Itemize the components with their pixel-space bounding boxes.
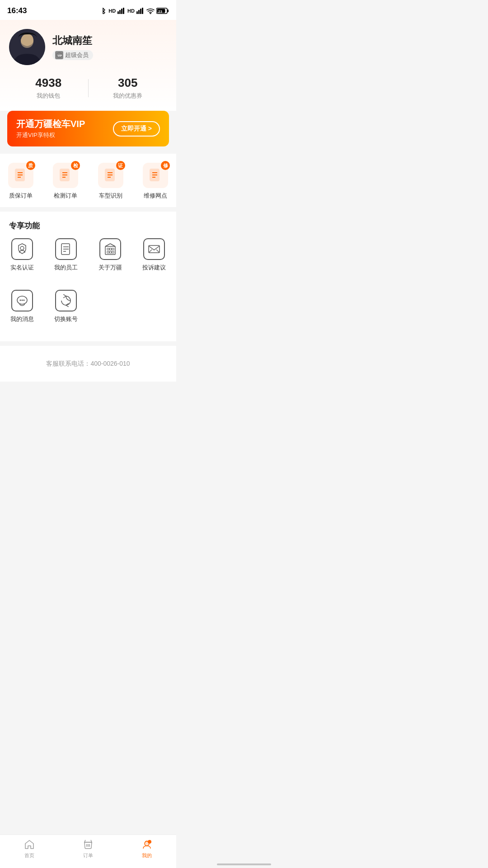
nav-mine[interactable]: 我的 (117, 839, 176, 859)
svg-point-8 (150, 13, 151, 14)
chat-icon (11, 290, 33, 311)
nav-order[interactable]: 订单 (59, 839, 117, 859)
svg-rect-2 (121, 9, 122, 14)
nav-home-label: 首页 (24, 852, 34, 859)
car-identify-label: 车型识别 (99, 192, 122, 200)
svg-point-53 (23, 300, 24, 301)
bottom-nav: 首页 订单 我的 (0, 835, 176, 868)
wallet-label: 我的钱包 (37, 92, 60, 100)
svg-rect-42 (107, 251, 109, 253)
mine-icon (141, 839, 153, 850)
nav-mine-label: 我的 (142, 852, 152, 859)
coupon-label: 我的优惠券 (113, 92, 142, 100)
stats-row: 4938 我的钱包 305 我的优惠券 (9, 76, 167, 100)
nav-home[interactable]: 首页 (0, 839, 59, 859)
vip-banner-subtitle: 开通VIP享特权 (16, 131, 85, 139)
quality-order-badge: 质 (26, 161, 35, 170)
repair-network-icon-wrap: 修 (143, 163, 168, 188)
quality-order-icon-wrap: 质 (8, 163, 33, 188)
svg-text:VIP: VIP (58, 54, 62, 57)
profile-section: 北城南笙 VIP 超级会员 4938 我的钱包 (0, 20, 176, 111)
vip-banner[interactable]: 开通万疆检车VIP 开通VIP享特权 立即开通 > (7, 111, 169, 146)
complaint-label: 投诉建议 (142, 264, 166, 272)
svg-rect-6 (140, 9, 141, 14)
vip-label: 超级会员 (65, 51, 89, 59)
detect-order-label: 检测订单 (54, 192, 77, 200)
svg-rect-39 (107, 248, 109, 250)
vip-banner-title: 开通万疆检车VIP (16, 118, 85, 130)
signal-icon (117, 8, 126, 14)
message-label: 我的消息 (10, 315, 34, 323)
order-icon-4 (148, 168, 163, 183)
feature-section: 专享功能 实名认证 (0, 212, 176, 341)
svg-rect-10 (168, 9, 169, 12)
contact-text: 客服联系电话：400-0026-010 (46, 360, 130, 367)
vip-icon: VIP (55, 51, 63, 59)
message-feature[interactable]: 我的消息 (0, 283, 44, 330)
svg-rect-0 (117, 11, 119, 14)
coupon-stat[interactable]: 305 我的优惠券 (89, 76, 168, 100)
order-icon-1 (14, 168, 28, 183)
order-icon-3 (103, 168, 118, 183)
feature-grid-row2: 我的消息 切换账号 (0, 283, 176, 334)
status-bar: 16:43 HD HD (0, 0, 176, 20)
svg-rect-43 (109, 251, 111, 253)
bottom-spacer (0, 386, 176, 404)
svg-rect-47 (149, 245, 160, 253)
car-identify-badge: 证 (116, 161, 125, 170)
svg-point-51 (19, 300, 21, 301)
real-name-feature[interactable]: 实名认证 (0, 231, 44, 279)
bluetooth-icon (99, 8, 107, 14)
car-identify-icon-wrap: 证 (98, 163, 123, 188)
about-label: 关于万疆 (99, 264, 122, 272)
svg-text:23: 23 (158, 9, 162, 14)
wifi-icon (146, 8, 155, 14)
feature-grid-row1: 实名认证 我的员工 (0, 231, 176, 283)
vip-open-button[interactable]: 立即开通 > (113, 121, 160, 137)
battery-icon: 23 (156, 8, 169, 14)
svg-rect-7 (142, 8, 143, 14)
quality-order-label: 质保订单 (9, 192, 33, 200)
vip-banner-left: 开通万疆检车VIP 开通VIP享特权 (16, 118, 85, 139)
my-staff-feature[interactable]: 我的员工 (44, 231, 89, 279)
real-name-label: 实名认证 (10, 264, 34, 272)
switch-account-label: 切换账号 (54, 315, 78, 323)
mail-icon (143, 238, 165, 260)
car-identify-action[interactable]: 证 车型识别 (90, 163, 131, 200)
svg-rect-1 (119, 10, 121, 14)
about-feature[interactable]: 关于万疆 (88, 231, 132, 279)
detect-order-icon-wrap: 检 (53, 163, 78, 188)
svg-line-48 (149, 250, 152, 253)
home-icon (23, 839, 35, 850)
wallet-value: 4938 (35, 76, 61, 90)
empty-feature-3 (88, 283, 132, 330)
profile-info: 北城南笙 VIP 超级会员 (52, 34, 93, 60)
profile-name: 北城南笙 (52, 34, 93, 47)
contact-section: 客服联系电话：400-0026-010 (0, 346, 176, 382)
avatar[interactable] (9, 29, 45, 65)
svg-point-58 (148, 840, 151, 844)
repair-network-action[interactable]: 修 维修网点 (135, 163, 177, 200)
wallet-stat[interactable]: 4938 我的钱包 (9, 76, 88, 100)
profile-row: 北城南笙 VIP 超级会员 (9, 29, 167, 65)
quality-order-action[interactable]: 质 质保订单 (0, 163, 42, 200)
complaint-feature[interactable]: 投诉建议 (132, 231, 177, 279)
switch-icon (55, 290, 77, 311)
exclusive-title: 专享功能 (9, 222, 40, 230)
nav-order-label: 订单 (83, 852, 93, 859)
repair-network-badge: 修 (161, 161, 170, 170)
svg-rect-44 (112, 251, 114, 253)
svg-line-49 (156, 250, 160, 253)
detect-order-badge: 检 (71, 161, 80, 170)
svg-rect-40 (109, 248, 111, 250)
section-header: 专享功能 (0, 212, 176, 231)
vip-badge: VIP 超级会员 (52, 50, 93, 60)
status-time: 16:43 (7, 6, 27, 15)
signal2-icon (136, 8, 145, 14)
switch-account-feature[interactable]: 切换账号 (44, 283, 89, 330)
coupon-value: 305 (118, 76, 137, 90)
basket-icon (82, 839, 94, 850)
detect-order-action[interactable]: 检 检测订单 (45, 163, 87, 200)
svg-rect-5 (138, 10, 140, 14)
actions-grid: 质 质保订单 检 检测订单 (0, 163, 176, 200)
